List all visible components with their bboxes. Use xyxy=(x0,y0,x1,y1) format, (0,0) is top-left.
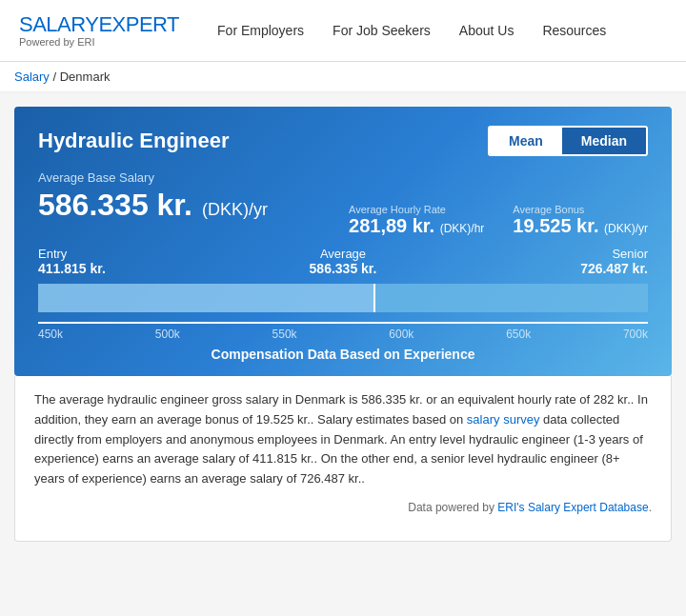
nav-about-us[interactable]: About Us xyxy=(459,23,514,38)
axis-label-5: 700k xyxy=(623,328,648,341)
description-paragraph: The average hydraulic engineer gross sal… xyxy=(34,390,652,489)
average-label: Average xyxy=(320,247,366,261)
entry-label: Entry xyxy=(38,247,67,261)
salary-row: Average Base Salary 586.335 kr. (DKK)/yr… xyxy=(38,170,648,237)
axis-label-0: 450k xyxy=(38,328,63,341)
average-col: Average 586.335 kr. xyxy=(310,247,377,276)
logo-expert-part: EXPERT xyxy=(98,12,179,36)
senior-value: 726.487 kr. xyxy=(580,261,648,276)
nav-for-job-seekers[interactable]: For Job Seekers xyxy=(333,23,431,38)
axis-label-3: 600k xyxy=(389,328,414,341)
title-row: Hydraulic Engineer Mean Median xyxy=(38,126,648,156)
logo: SALARYEXPERT Powered by ERI xyxy=(19,13,179,48)
median-button[interactable]: Median xyxy=(562,128,646,154)
axis-label-2: 550k xyxy=(272,328,297,341)
bonus-value: 19.525 kr. (DKK)/yr xyxy=(513,215,648,237)
avg-base-label: Average Base Salary xyxy=(38,170,268,185)
job-title: Hydraulic Engineer xyxy=(38,129,230,153)
bonus-label: Average Bonus xyxy=(513,204,648,215)
breadcrumb-salary-link[interactable]: Salary xyxy=(14,70,50,84)
nav-for-employers[interactable]: For Employers xyxy=(217,23,304,38)
salary-bar-chart xyxy=(38,279,648,317)
bar-track xyxy=(38,284,648,312)
logo-text: SALARYEXPERT xyxy=(19,13,179,36)
eri-database-link[interactable]: ERI's Salary Expert Database xyxy=(497,501,648,514)
header: SALARYEXPERT Powered by ERI For Employer… xyxy=(0,0,686,62)
main-salary-unit: (DKK)/yr xyxy=(202,200,268,220)
data-credit: Data powered by ERI's Salary Expert Data… xyxy=(34,499,652,517)
main-nav: For Employers For Job Seekers About Us R… xyxy=(217,23,606,38)
hourly-rate-group: Average Hourly Rate 281,89 kr. (DKK)/hr xyxy=(349,204,484,237)
side-stats: Average Hourly Rate 281,89 kr. (DKK)/hr … xyxy=(349,204,648,237)
axis-labels: 450k 500k 550k 600k 650k 700k xyxy=(38,328,648,341)
breadcrumb-separator: / xyxy=(52,70,59,84)
nav-resources[interactable]: Resources xyxy=(542,23,606,38)
senior-col: Senior 726.487 kr. xyxy=(580,247,648,276)
bonus-group: Average Bonus 19.525 kr. (DKK)/yr xyxy=(513,204,648,237)
breadcrumb: Salary / Denmark xyxy=(0,62,686,92)
entry-col: Entry 411.815 kr. xyxy=(38,247,106,276)
hourly-rate-label: Average Hourly Rate xyxy=(349,204,484,215)
salary-survey-link[interactable]: salary survey xyxy=(467,412,540,427)
mean-button[interactable]: Mean xyxy=(490,128,562,154)
entry-value: 411.815 kr. xyxy=(38,261,106,276)
chart-title: Compensation Data Based on Experience xyxy=(38,347,648,362)
salary-card: Hydraulic Engineer Mean Median Average B… xyxy=(14,107,672,376)
description-section: The average hydraulic engineer gross sal… xyxy=(14,376,672,542)
data-credit-end: . xyxy=(649,501,652,514)
data-credit-text: Data powered by xyxy=(408,501,497,514)
base-salary-section: Average Base Salary 586.335 kr. (DKK)/yr xyxy=(38,170,268,223)
average-value: 586.335 kr. xyxy=(310,261,377,276)
axis-label-1: 500k xyxy=(155,328,180,341)
bar-entry-avg xyxy=(38,284,373,312)
axis-label-4: 650k xyxy=(506,328,531,341)
main-content: Hydraulic Engineer Mean Median Average B… xyxy=(0,92,686,556)
breadcrumb-current: Denmark xyxy=(60,70,111,84)
axis-line xyxy=(38,322,648,324)
experience-section: Entry 411.815 kr. Average 586.335 kr. Se… xyxy=(38,247,648,362)
mean-median-toggle: Mean Median xyxy=(488,126,648,156)
senior-label: Senior xyxy=(612,247,648,261)
main-salary-value: 586.335 kr. xyxy=(38,188,192,223)
hourly-rate-value: 281,89 kr. (DKK)/hr xyxy=(349,215,484,237)
logo-subtitle: Powered by ERI xyxy=(19,36,179,48)
experience-labels: Entry 411.815 kr. Average 586.335 kr. Se… xyxy=(38,247,648,276)
main-salary-display: 586.335 kr. (DKK)/yr xyxy=(38,188,268,223)
bar-avg-senior xyxy=(375,284,648,312)
logo-salary-part: SALARY xyxy=(19,12,98,36)
